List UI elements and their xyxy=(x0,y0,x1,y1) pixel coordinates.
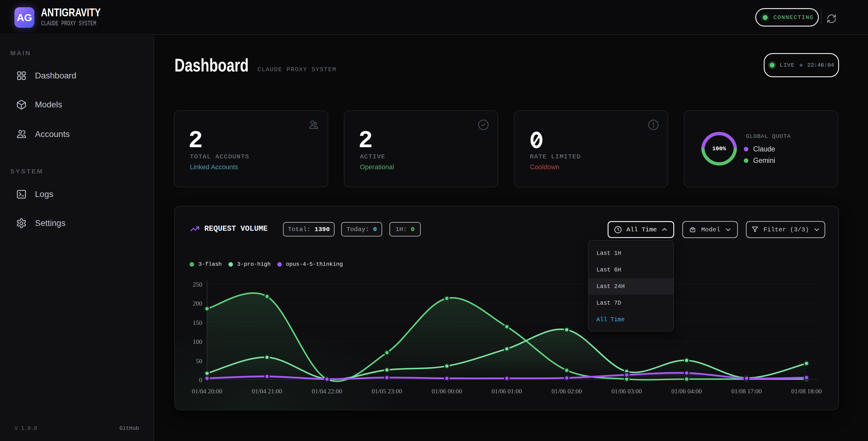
svg-text:01/06 02:00: 01/06 02:00 xyxy=(552,388,582,395)
svg-text:01/06 00:00: 01/06 00:00 xyxy=(432,388,462,395)
svg-text:01/05 23:00: 01/05 23:00 xyxy=(372,388,402,395)
svg-text:01/04 20:00: 01/04 20:00 xyxy=(192,388,222,395)
svg-text:01/08 17:00: 01/08 17:00 xyxy=(732,388,762,395)
svg-text:0: 0 xyxy=(199,377,203,384)
svg-text:50: 50 xyxy=(196,357,202,365)
svg-text:250: 250 xyxy=(193,281,203,288)
svg-text:01/06 04:00: 01/06 04:00 xyxy=(672,388,702,395)
svg-text:01/08 18:00: 01/08 18:00 xyxy=(792,388,822,395)
svg-text:200: 200 xyxy=(193,300,203,307)
svg-text:01/06 01:00: 01/06 01:00 xyxy=(492,388,522,395)
svg-text:150: 150 xyxy=(193,319,203,326)
svg-text:01/06 03:00: 01/06 03:00 xyxy=(612,388,642,395)
svg-text:100: 100 xyxy=(193,338,203,345)
svg-text:01/04 21:00: 01/04 21:00 xyxy=(252,388,282,395)
svg-text:01/04 22:00: 01/04 22:00 xyxy=(312,388,342,395)
